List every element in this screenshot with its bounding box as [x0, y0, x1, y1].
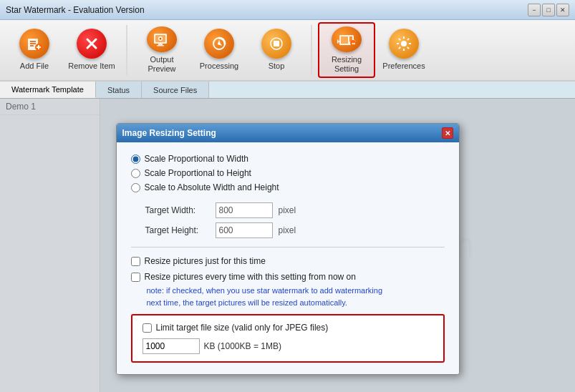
add-file-label: Add File [20, 62, 49, 71]
tab-status[interactable]: Status [96, 82, 142, 98]
window-title: Star Watermark - Evaluation Version [6, 5, 145, 15]
target-height-unit: pixel [279, 225, 296, 235]
maximize-button[interactable]: □ [542, 4, 555, 16]
radio-scale-width[interactable]: Scale Proportional to Width [131, 154, 445, 164]
output-preview-button[interactable]: Output Preview [133, 22, 190, 78]
target-height-input[interactable] [216, 222, 273, 238]
title-bar: Star Watermark - Evaluation Version − □ … [0, 0, 575, 20]
resize-note: note: if checked, when you use star wate… [131, 285, 445, 308]
tabs-bar: Watermark Template Status Source Files [0, 82, 575, 99]
target-width-row: Target Width: pixel [131, 202, 445, 218]
radio-scale-height[interactable]: Scale Proportional to Height [131, 168, 445, 178]
main-content: Demo 1 下载 anxz.com Image Resizing Settin… [0, 99, 575, 392]
separator-1 [126, 25, 127, 75]
minimize-button[interactable]: − [528, 4, 541, 16]
remove-item-icon [77, 29, 107, 59]
resize-once-checkbox[interactable]: Resize pictures just for this time [131, 256, 445, 266]
processing-button[interactable]: Processing [190, 22, 248, 78]
tab-watermark-template[interactable]: Watermark Template [0, 82, 96, 98]
svg-rect-14 [157, 45, 164, 46]
preferences-label: Preferences [382, 62, 425, 71]
image-resizing-dialog: Image Resizing Setting ✕ Scale Proportio… [116, 123, 460, 375]
processing-label: Processing [200, 62, 238, 71]
target-width-unit: pixel [279, 205, 296, 215]
add-file-button[interactable]: Add File [6, 22, 63, 78]
processing-icon [204, 29, 234, 59]
window-controls: − □ ✕ [528, 4, 569, 16]
resizing-setting-label: Resizing Setting [322, 55, 371, 74]
preferences-icon [389, 29, 419, 59]
stop-label: Stop [269, 62, 285, 71]
dialog-title: Image Resizing Setting [122, 128, 216, 138]
remove-item-button[interactable]: Remove Item [63, 22, 120, 78]
target-width-input[interactable] [216, 202, 273, 218]
resize-always-checkbox[interactable]: Resize pictures every time with this set… [131, 272, 445, 282]
stop-icon [261, 29, 291, 59]
svg-rect-18 [274, 41, 279, 46]
svg-point-24 [401, 41, 407, 46]
svg-rect-13 [158, 44, 163, 45]
scale-radio-group: Scale Proportional to Width Scale Propor… [131, 154, 445, 192]
dialog-close-button[interactable]: ✕ [442, 127, 453, 139]
limit-unit: KB (1000KB = 1MB) [204, 341, 281, 351]
limit-value-row: KB (1000KB = 1MB) [142, 338, 433, 354]
dialog-overlay: Image Resizing Setting ✕ Scale Proportio… [0, 99, 575, 392]
resizing-setting-button[interactable]: ⇔ Resizing Setting [318, 22, 375, 78]
limit-value-input[interactable] [142, 338, 200, 354]
output-preview-label: Output Preview [137, 55, 186, 74]
close-button[interactable]: ✕ [556, 4, 569, 16]
resizing-setting-icon: ⇔ [332, 26, 362, 52]
target-height-label: Target Height: [145, 225, 210, 235]
limit-section: Limit target file size (valid only for J… [131, 314, 445, 363]
dialog-titlebar: Image Resizing Setting ✕ [117, 124, 459, 142]
toolbar: Add File Remove Item Output Preview [0, 20, 575, 82]
output-preview-icon [147, 26, 177, 52]
stop-button[interactable]: Stop [248, 22, 305, 78]
svg-rect-20 [341, 36, 348, 44]
tab-source-files[interactable]: Source Files [142, 82, 209, 98]
limit-filesize-checkbox[interactable]: Limit target file size (valid only for J… [142, 323, 433, 333]
svg-text:⇔: ⇔ [352, 41, 355, 46]
preferences-button[interactable]: Preferences [375, 22, 433, 78]
remove-item-label: Remove Item [68, 62, 115, 71]
target-width-label: Target Width: [145, 205, 210, 215]
divider-1 [131, 247, 445, 248]
add-file-icon [19, 29, 49, 59]
dialog-body: Scale Proportional to Width Scale Propor… [117, 142, 459, 374]
target-height-row: Target Height: pixel [131, 222, 445, 238]
separator-2 [311, 25, 312, 75]
radio-scale-absolute[interactable]: Scale to Absolute Width and Height [131, 182, 445, 192]
svg-point-12 [160, 37, 162, 39]
